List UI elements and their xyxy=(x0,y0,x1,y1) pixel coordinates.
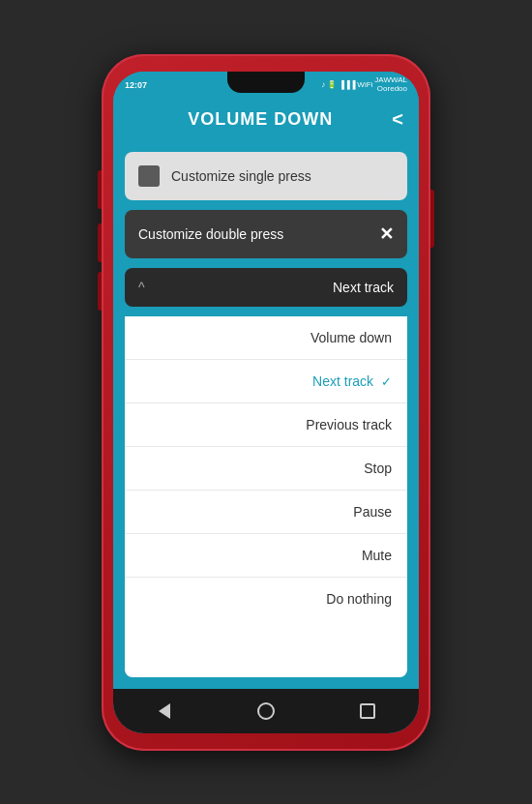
list-item[interactable]: Stop xyxy=(125,447,407,491)
status-time: 12:07 xyxy=(125,80,147,90)
phone-screen: 12:07 ♪ 🔋 ▐▐▐ WiFi JAWWAL Ooredoo VOLUME… xyxy=(113,72,419,733)
single-press-checkbox[interactable] xyxy=(138,165,160,187)
page-title: VOLUME DOWN xyxy=(188,109,333,130)
list-item-selected[interactable]: Next track ✓ xyxy=(125,360,407,403)
wifi-icon: WiFi xyxy=(357,80,372,89)
page-header: VOLUME DOWN < xyxy=(113,99,419,140)
list-item[interactable]: Volume down xyxy=(125,316,407,360)
music-icon: ♪ xyxy=(321,80,325,89)
home-nav-icon xyxy=(257,702,275,720)
content-area: Customize single press Customize double … xyxy=(113,140,419,689)
next-track-label: Next track xyxy=(312,373,373,389)
recent-nav-icon xyxy=(360,703,375,719)
back-nav-icon xyxy=(159,703,170,719)
chevron-up-icon: ^ xyxy=(138,280,145,295)
dropdown-selected-value: Next track xyxy=(333,280,394,295)
list-item[interactable]: Do nothing xyxy=(125,578,407,620)
back-nav-button[interactable] xyxy=(147,694,182,729)
bottom-nav xyxy=(113,689,419,733)
double-press-label: Customize double press xyxy=(138,226,283,242)
notch xyxy=(227,72,305,93)
double-press-row[interactable]: Customize double press ✕ xyxy=(125,210,407,258)
checkmark-icon: ✓ xyxy=(381,374,392,389)
battery-icon: 🔋 xyxy=(327,80,337,89)
list-item[interactable]: Pause xyxy=(125,491,407,534)
phone-frame: 12:07 ♪ 🔋 ▐▐▐ WiFi JAWWAL Ooredoo VOLUME… xyxy=(102,54,430,751)
list-item[interactable]: Previous track xyxy=(125,403,407,447)
dropdown-trigger[interactable]: ^ Next track xyxy=(125,268,407,307)
status-app-name: JAWWAL Ooredoo xyxy=(374,76,407,94)
dropdown-list: Volume down Next track ✓ Previous track … xyxy=(125,316,407,677)
recent-nav-button[interactable] xyxy=(350,694,385,729)
double-press-close-icon[interactable]: ✕ xyxy=(379,223,394,245)
list-item[interactable]: Mute xyxy=(125,534,407,578)
back-button[interactable]: < xyxy=(392,108,403,131)
home-nav-button[interactable] xyxy=(249,694,283,729)
status-icons: ♪ 🔋 ▐▐▐ WiFi JAWWAL Ooredoo xyxy=(321,76,407,94)
single-press-label: Customize single press xyxy=(171,168,311,184)
signal-icon: ▐▐▐ xyxy=(339,80,355,89)
single-press-row[interactable]: Customize single press xyxy=(125,152,407,200)
